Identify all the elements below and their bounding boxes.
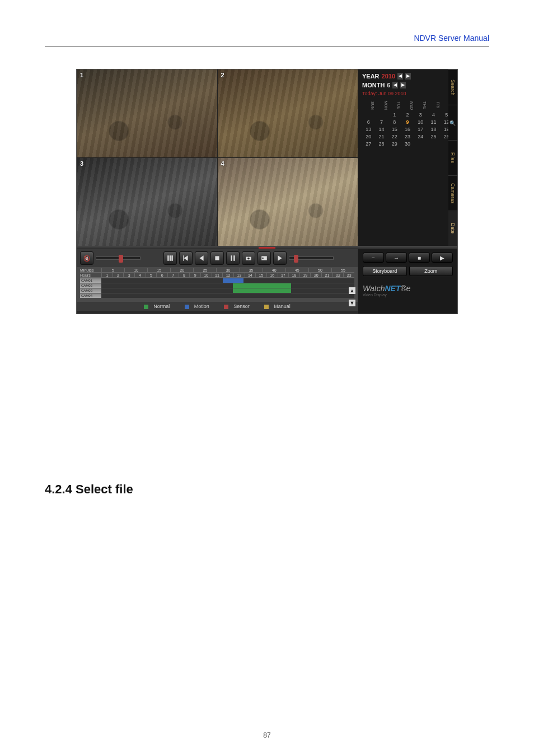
export-button[interactable] — [257, 251, 271, 265]
camera-track[interactable] — [101, 293, 354, 298]
tab-date[interactable]: Date — [448, 211, 457, 246]
tab-files[interactable]: Files — [448, 140, 457, 175]
hour-tick: 21 — [321, 273, 332, 277]
hour-tick: 2 — [113, 273, 124, 277]
calendar-day[interactable]: 6 — [362, 119, 374, 125]
calendar-day[interactable]: 8 — [388, 119, 401, 125]
prev-frame-button[interactable] — [163, 251, 177, 265]
page-play-button[interactable]: ▶ — [432, 253, 453, 263]
hour-ticks: 1234567891011121314151617181920212223 — [101, 273, 354, 277]
calendar-day[interactable]: 25 — [427, 133, 439, 140]
hour-tick: 12 — [222, 273, 233, 277]
video-cell-2[interactable]: 2 — [218, 69, 358, 157]
timeline-scroll-up[interactable]: ▲ — [349, 287, 355, 294]
tab-search[interactable]: Search — [448, 69, 457, 105]
calendar-day[interactable]: 28 — [375, 141, 387, 147]
calendar-day[interactable]: 20 — [362, 133, 374, 140]
svg-rect-6 — [215, 256, 219, 260]
month-prev-button[interactable]: ◀ — [392, 82, 398, 88]
calendar-day[interactable]: 16 — [401, 126, 414, 133]
tab-cameras[interactable]: Cameras — [448, 175, 457, 211]
calendar: SUN MON TUE WED THU FRI SAT ..1234567891… — [362, 100, 453, 147]
calendar-day[interactable]: 18 — [427, 126, 439, 133]
month-value: 6 — [387, 82, 390, 88]
play-forward-button[interactable] — [273, 251, 287, 265]
calendar-day[interactable]: 3 — [414, 111, 427, 118]
weekday: MON — [375, 100, 387, 111]
storyboard-button[interactable]: Storyboard — [363, 266, 407, 276]
hour-tick: 23 — [343, 273, 354, 277]
legend-manual-swatch — [264, 305, 269, 309]
svg-rect-0 — [167, 255, 168, 261]
calendar-day[interactable]: 23 — [401, 133, 414, 140]
minute-tick: 55 — [331, 268, 354, 272]
side-tab-strip: Search 🔍 Files Cameras Date — [448, 69, 457, 246]
legend: Normal Motion Sensor Manual — [77, 302, 358, 311]
play-reverse-button[interactable] — [195, 251, 208, 265]
cell-number: 3 — [80, 160, 83, 167]
brand-subtext: Video Display — [363, 293, 453, 297]
recording-segment[interactable] — [233, 283, 291, 288]
audio-mute-button[interactable]: 🔇 — [80, 251, 93, 265]
calendar-day[interactable]: 22 — [388, 133, 401, 140]
calendar-day[interactable]: 13 — [362, 126, 374, 133]
calendar-day[interactable]: 27 — [362, 141, 374, 147]
video-cell-3[interactable]: 3 — [77, 158, 217, 246]
step-back-button[interactable] — [179, 251, 193, 265]
month-next-button[interactable]: ▶ — [400, 82, 406, 88]
calendar-day[interactable]: 4 — [427, 111, 439, 118]
zoom-button[interactable]: Zoom — [409, 266, 453, 276]
calendar-day[interactable]: 14 — [375, 126, 387, 133]
calendar-day[interactable]: 30 — [401, 141, 414, 147]
video-cell-1[interactable]: 1 — [77, 69, 217, 157]
weekday: WED — [401, 100, 414, 111]
calendar-day[interactable]: 1 — [388, 111, 401, 118]
camera-label: CAM01 — [80, 278, 101, 283]
calendar-day[interactable]: 17 — [414, 126, 427, 133]
camera-track[interactable] — [101, 283, 354, 288]
timeline-scroll-down[interactable]: ▼ — [349, 300, 355, 306]
minute-tick: 40 — [263, 268, 285, 272]
page-stop-button[interactable]: ■ — [409, 253, 430, 263]
weekday: SUN — [362, 100, 374, 111]
calendar-day[interactable]: 11 — [427, 119, 439, 125]
calendar-day[interactable]: 15 — [388, 126, 401, 133]
snapshot-button[interactable] — [242, 251, 255, 265]
hour-tick: 19 — [299, 273, 311, 277]
section-heading: 4.2.4 Select file — [45, 482, 489, 497]
volume-slider[interactable] — [96, 256, 140, 260]
page-first-button[interactable]: − — [363, 253, 384, 263]
recording-segment[interactable] — [233, 288, 291, 293]
calendar-day[interactable]: 21 — [375, 133, 387, 140]
hour-tick: 20 — [310, 273, 321, 277]
calendar-day[interactable]: 29 — [388, 141, 401, 147]
cell-number: 4 — [221, 160, 224, 167]
year-prev-button[interactable]: ◀ — [397, 73, 403, 80]
calendar-day[interactable]: 7 — [375, 119, 387, 125]
hour-tick: 17 — [278, 273, 289, 277]
calendar-weekday-header: SUN MON TUE WED THU FRI SAT — [362, 100, 453, 111]
camera-track[interactable] — [101, 278, 354, 283]
calendar-day: . — [427, 141, 439, 147]
calendar-day[interactable]: 9 — [401, 119, 414, 125]
legend-sensor: Sensor — [233, 304, 250, 309]
weekday: FRI — [427, 100, 439, 111]
camera-track[interactable] — [101, 288, 354, 293]
calendar-day: . — [375, 111, 387, 118]
speed-slider[interactable] — [289, 256, 334, 260]
tab-magnify-icon[interactable]: 🔍 — [448, 105, 457, 140]
minute-tick: 20 — [170, 268, 193, 272]
calendar-day[interactable]: 24 — [414, 133, 427, 140]
pause-button[interactable] — [226, 251, 240, 265]
calendar-day[interactable]: 10 — [414, 119, 427, 125]
page-prev-button[interactable]: → — [386, 253, 407, 263]
hour-tick: 6 — [156, 273, 167, 277]
recording-segment[interactable] — [223, 278, 244, 283]
video-cell-4[interactable]: 4 — [218, 158, 358, 246]
hour-tick: 22 — [332, 273, 344, 277]
calendar-day[interactable]: 2 — [401, 111, 414, 118]
camera-row: CAM03 — [80, 288, 354, 293]
year-next-button[interactable]: ▶ — [405, 73, 411, 80]
hour-tick: 5 — [146, 273, 157, 277]
stop-button[interactable] — [210, 251, 224, 265]
